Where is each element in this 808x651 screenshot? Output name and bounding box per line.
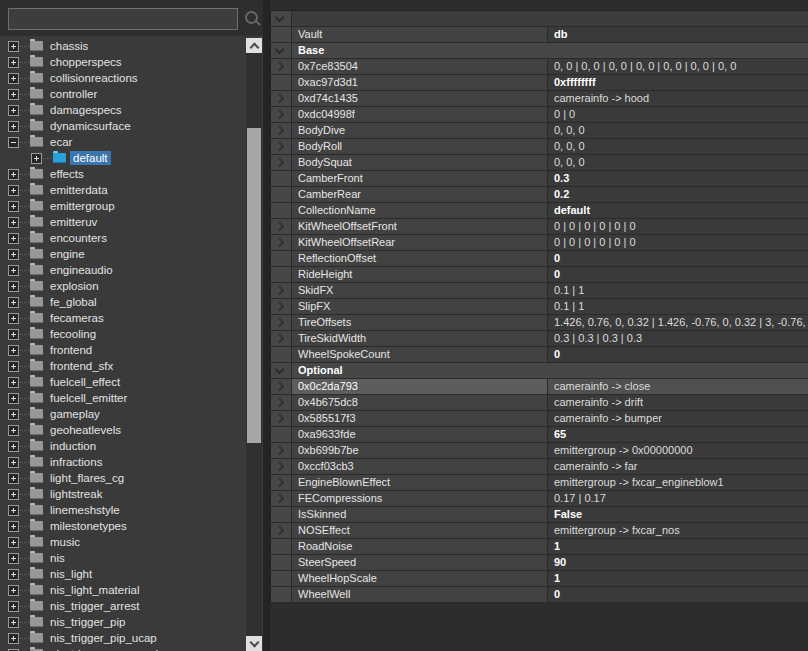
property-value[interactable]: camerainfo -> close	[548, 379, 808, 394]
property-value[interactable]	[548, 11, 808, 26]
row-expander-gutter[interactable]	[271, 315, 292, 330]
property-value[interactable]: default	[548, 203, 808, 218]
tree-expander-icon[interactable]	[8, 297, 19, 308]
row-expander-gutter[interactable]	[271, 571, 292, 586]
row-expander-gutter[interactable]	[271, 27, 292, 42]
tree-item-label[interactable]: engineaudio	[47, 263, 116, 277]
tree-item-label[interactable]: milestonetypes	[47, 519, 130, 533]
0x7ce83504[interactable]: 0x7ce83504 0, 0 | 0, 0 | 0, 0 | 0, 0 | 0…	[271, 59, 808, 75]
tree-item-label[interactable]: geoheatlevels	[47, 423, 124, 437]
IsSkinned[interactable]: IsSkinned False	[271, 507, 808, 523]
property-name[interactable]: RideHeight	[292, 267, 548, 282]
property-value[interactable]: 0.3 | 0.3 | 0.3 | 0.3	[548, 331, 808, 346]
property-value[interactable]: 0xffffffff	[548, 75, 808, 90]
property-value[interactable]: 0, 0, 0	[548, 155, 808, 170]
0xccf03cb3[interactable]: 0xccf03cb3 camerainfo -> far	[271, 459, 808, 475]
tree-item[interactable]: infractions	[0, 454, 263, 470]
WheelHopScale[interactable]: WheelHopScale 1	[271, 571, 808, 587]
0xd74c1435[interactable]: 0xd74c1435 camerainfo -> hood	[271, 91, 808, 107]
property-value[interactable]: 0.1 | 1	[548, 299, 808, 314]
[interactable]	[271, 11, 808, 27]
property-value[interactable]: 0.2	[548, 187, 808, 202]
scrollbar-thumb[interactable]	[247, 128, 261, 443]
tree-item-label[interactable]: emittergroup	[47, 199, 118, 213]
tree-expander-icon[interactable]	[8, 137, 19, 148]
tree-expander-icon[interactable]	[8, 633, 19, 644]
tree-expander-icon[interactable]	[8, 425, 19, 436]
property-name[interactable]: Vault	[292, 27, 548, 42]
property-name[interactable]: SkidFX	[292, 283, 548, 298]
row-expander-gutter[interactable]	[271, 523, 292, 538]
tree-item[interactable]: linemeshstyle	[0, 502, 263, 518]
property-value[interactable]: 0 | 0 | 0 | 0 | 0 | 0	[548, 235, 808, 250]
row-expander-gutter[interactable]	[271, 75, 292, 90]
tree-item-label[interactable]: fecameras	[47, 311, 107, 325]
0x585517f3[interactable]: 0x585517f3 camerainfo -> bumper	[271, 411, 808, 427]
Vault[interactable]: Vault db	[271, 27, 808, 43]
row-expander-gutter[interactable]	[271, 123, 292, 138]
tree-expander-icon[interactable]	[8, 313, 19, 324]
Optional[interactable]: Optional	[271, 363, 808, 379]
row-expander-gutter[interactable]	[271, 139, 292, 154]
row-expander-gutter[interactable]	[271, 43, 292, 58]
tree-item-label[interactable]: fe_global	[47, 295, 100, 309]
tree-item[interactable]: collisionreactions	[0, 70, 263, 86]
property-value[interactable]: 0.3	[548, 171, 808, 186]
tree-item-label[interactable]: induction	[47, 439, 99, 453]
property-name[interactable]: RoadNoise	[292, 539, 548, 554]
tree-item-label[interactable]: fecooling	[47, 327, 99, 341]
tree-item-label[interactable]: frontend	[47, 343, 95, 357]
tree-item[interactable]: emitteruv	[0, 214, 263, 230]
property-name[interactable]: 0x0c2da793	[292, 379, 548, 394]
row-expander-gutter[interactable]	[271, 283, 292, 298]
row-expander-gutter[interactable]	[271, 187, 292, 202]
tree-item[interactable]: lightstreak	[0, 486, 263, 502]
property-name[interactable]: Optional	[292, 363, 548, 378]
property-name[interactable]: ReflectionOffset	[292, 251, 548, 266]
property-name[interactable]: BodyDive	[292, 123, 548, 138]
TireSkidWidth[interactable]: TireSkidWidth 0.3 | 0.3 | 0.3 | 0.3	[271, 331, 808, 347]
property-name[interactable]: SlipFX	[292, 299, 548, 314]
search-icon[interactable]	[243, 9, 263, 29]
tree-expander-icon[interactable]	[8, 489, 19, 500]
tree-expander-icon[interactable]	[8, 217, 19, 228]
property-value[interactable]: 0 | 0 | 0 | 0 | 0 | 0	[548, 219, 808, 234]
property-value[interactable]: emittergroup -> 0x00000000	[548, 443, 808, 458]
row-expander-gutter[interactable]	[271, 555, 292, 570]
tree-item[interactable]: explosion	[0, 278, 263, 294]
property-name[interactable]: 0xdc04998f	[292, 107, 548, 122]
CamberFront[interactable]: CamberFront 0.3	[271, 171, 808, 187]
property-name[interactable]: CamberRear	[292, 187, 548, 202]
0x0c2da793[interactable]: 0x0c2da793 camerainfo -> close	[271, 379, 808, 395]
row-expander-gutter[interactable]	[271, 331, 292, 346]
row-expander-gutter[interactable]	[271, 395, 292, 410]
row-expander-gutter[interactable]	[271, 459, 292, 474]
property-name[interactable]: NOSEffect	[292, 523, 548, 538]
tree-item-label[interactable]: nis_trigger_pip_ucap	[47, 631, 160, 645]
property-name[interactable]: BodyRoll	[292, 139, 548, 154]
tree-item[interactable]: default	[0, 150, 263, 166]
tree-expander-icon[interactable]	[8, 121, 19, 132]
property-value[interactable]: 0	[548, 347, 808, 362]
property-value[interactable]: 0	[548, 587, 808, 602]
property-value[interactable]: False	[548, 507, 808, 522]
property-value[interactable]: 0	[548, 267, 808, 282]
tree-item-label[interactable]: damagespecs	[47, 103, 125, 117]
tree-item[interactable]: fuelcell_emitter	[0, 390, 263, 406]
property-value[interactable]: camerainfo -> far	[548, 459, 808, 474]
tree-item-label[interactable]: explosion	[47, 279, 102, 293]
search-input[interactable]	[8, 8, 238, 30]
tree-expander-icon[interactable]	[31, 153, 42, 164]
tree-item[interactable]: chassis	[0, 38, 263, 54]
row-expander-gutter[interactable]	[271, 475, 292, 490]
tree-item-label[interactable]: emitteruv	[47, 215, 100, 229]
tree-expander-icon[interactable]	[8, 281, 19, 292]
tree-item[interactable]: engineaudio	[0, 262, 263, 278]
BodySquat[interactable]: BodySquat 0, 0, 0	[271, 155, 808, 171]
row-expander-gutter[interactable]	[271, 219, 292, 234]
0x4b675dc8[interactable]: 0x4b675dc8 camerainfo -> drift	[271, 395, 808, 411]
tree-item[interactable]: damagespecs	[0, 102, 263, 118]
KitWheelOffsetRear[interactable]: KitWheelOffsetRear 0 | 0 | 0 | 0 | 0 | 0	[271, 235, 808, 251]
property-value[interactable]	[548, 363, 808, 378]
property-name[interactable]: CamberFront	[292, 171, 548, 186]
